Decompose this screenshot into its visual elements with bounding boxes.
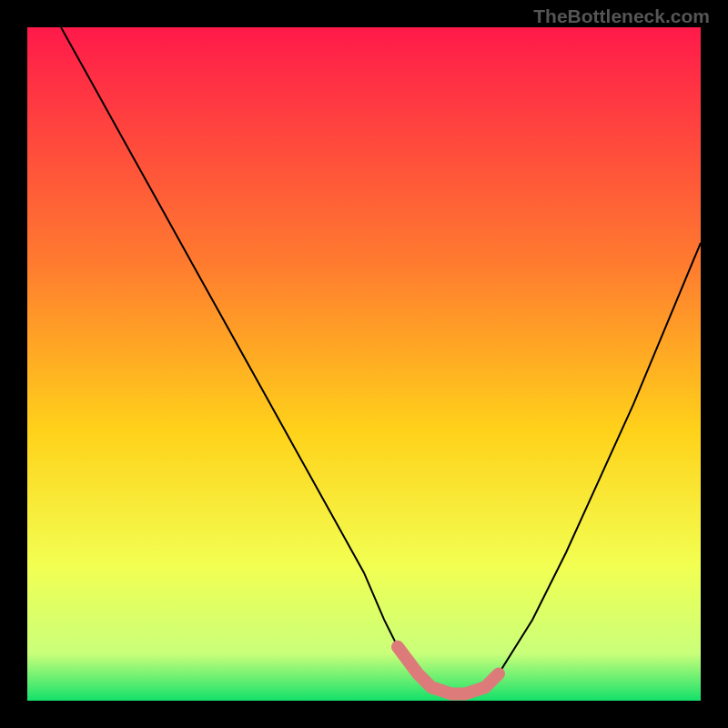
watermark-text: TheBottleneck.com (533, 5, 710, 27)
optimal-region-marker (398, 647, 499, 694)
plot-area (27, 27, 701, 701)
curve-layer (27, 27, 701, 701)
bottleneck-curve (61, 27, 701, 694)
chart-frame: TheBottleneck.com (0, 0, 728, 728)
